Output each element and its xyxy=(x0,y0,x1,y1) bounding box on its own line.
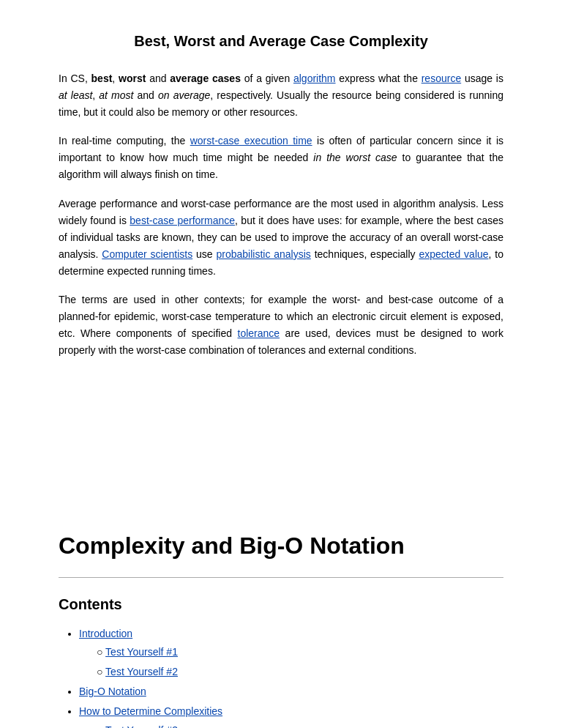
link-best-case[interactable]: best-case performance xyxy=(130,215,235,226)
link-expected-value[interactable]: expected value xyxy=(419,248,488,260)
link-introduction[interactable]: Introduction xyxy=(79,628,132,639)
link-test-yourself-2[interactable]: Test Yourself #2 xyxy=(105,666,178,677)
section-divider xyxy=(59,577,503,578)
link-how-to-determine[interactable]: How to Determine Complexities xyxy=(79,705,222,717)
contents-heading: Contents xyxy=(59,593,503,616)
paragraph-2: In real-time computing, the worst-case e… xyxy=(59,133,503,183)
contents-list: Introduction Test Yourself #1 Test Yours… xyxy=(59,625,503,728)
link-resource[interactable]: resource xyxy=(422,73,461,84)
section-best-worst: Best, Worst and Average Case Complexity … xyxy=(59,29,503,359)
contents-sublist: Test Yourself #1 Test Yourself #2 xyxy=(79,643,503,681)
list-item: How to Determine Complexities Test Yours… xyxy=(79,702,503,728)
contents-sublist: Test Yourself #3 Test Yourself #4 xyxy=(79,721,503,728)
paragraph-3: Average performance and worst-case perfo… xyxy=(59,196,503,280)
big-o-title: Complexity and Big-O Notation xyxy=(59,527,503,565)
link-test-yourself-1[interactable]: Test Yourself #1 xyxy=(105,646,178,658)
link-algorithm[interactable]: algorithm xyxy=(293,73,336,84)
list-item: Big-O Notation xyxy=(79,683,503,701)
link-big-o[interactable]: Big-O Notation xyxy=(79,686,146,697)
link-probabilistic[interactable]: probabilistic analysis xyxy=(216,248,310,260)
paragraph-4: The terms are used in other contexts; fo… xyxy=(59,291,503,359)
link-tolerance[interactable]: tolerance xyxy=(238,327,280,339)
page-title: Best, Worst and Average Case Complexity xyxy=(59,29,503,53)
list-item: Test Yourself #1 xyxy=(97,643,503,661)
link-test-yourself-3[interactable]: Test Yourself #3 xyxy=(105,724,178,728)
list-item: Test Yourself #2 xyxy=(97,663,503,681)
link-computer-scientists[interactable]: Computer scientists xyxy=(102,248,192,260)
link-wcet[interactable]: worst-case execution time xyxy=(190,135,312,146)
spacer xyxy=(59,381,503,469)
list-item: Test Yourself #3 xyxy=(97,721,503,728)
section-complexity: Complexity and Big-O Notation Contents I… xyxy=(59,527,503,728)
paragraph-1: In CS, best, worst and average cases of … xyxy=(59,70,503,121)
list-item: Introduction Test Yourself #1 Test Yours… xyxy=(79,625,503,682)
